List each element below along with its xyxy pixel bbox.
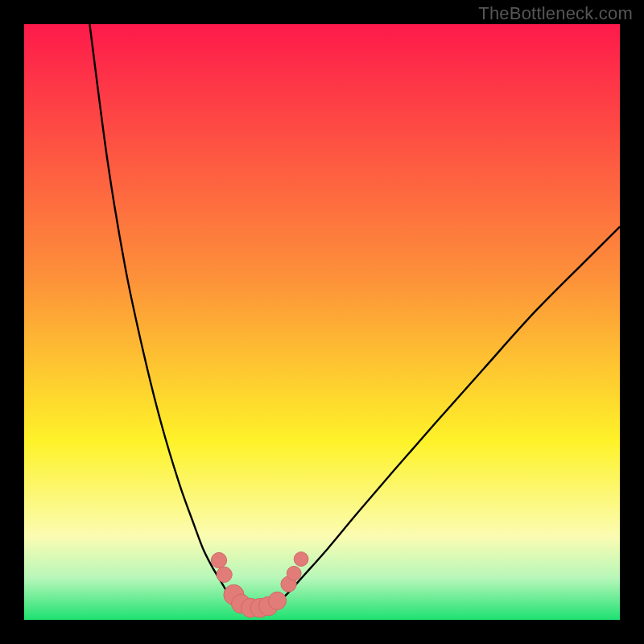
curve-marker	[268, 592, 286, 609]
curve-marker	[287, 566, 301, 580]
curve-left-branch	[89, 24, 238, 605]
curve-markers	[211, 552, 308, 617]
plot-area	[24, 24, 620, 620]
curve-marker	[217, 567, 232, 582]
curve-right-branch	[275, 227, 620, 606]
watermark-text: TheBottleneck.com	[478, 3, 633, 24]
curve-marker	[294, 552, 308, 567]
chart-frame: TheBottleneck.com	[0, 0, 644, 644]
curve-marker	[211, 552, 226, 568]
bottleneck-curve	[24, 24, 620, 620]
